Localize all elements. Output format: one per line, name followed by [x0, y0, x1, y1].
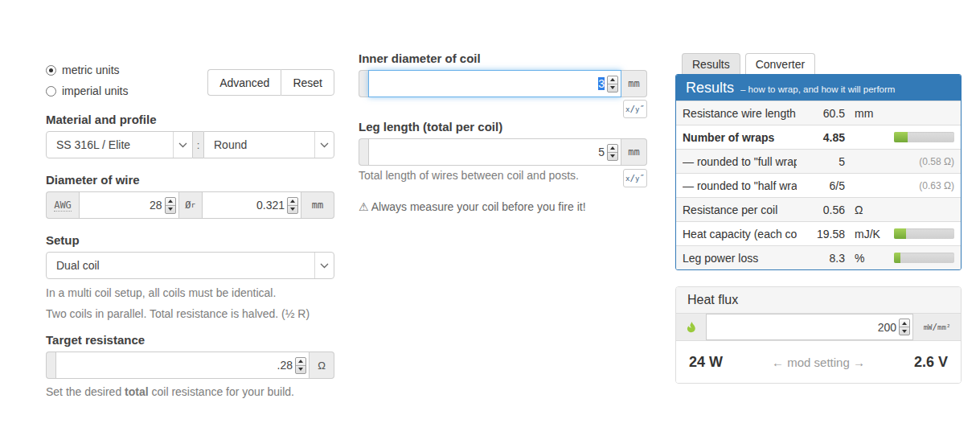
- leg-length-note-row: Total length of wires between coil and p…: [359, 169, 647, 187]
- row-label: — rounded to "half wraps": [683, 179, 797, 192]
- material-select-value: SS 316L / Elite: [47, 138, 173, 151]
- material-heading: Material and profile: [46, 113, 334, 126]
- awg-input[interactable]: 28: [79, 191, 179, 219]
- heat-flux-spinner[interactable]: [899, 319, 910, 335]
- coil-calculator-page: metric units imperial units Advanced Res…: [0, 0, 980, 444]
- progress-fill: [894, 132, 908, 142]
- reset-button[interactable]: Reset: [281, 69, 334, 96]
- tab-converter[interactable]: Converter: [745, 53, 815, 74]
- material-select[interactable]: SS 316L / Elite: [46, 131, 193, 158]
- wire-unit-addon: mm: [301, 191, 334, 219]
- heat-flux-value: 200: [878, 321, 896, 334]
- chevron-down-icon: [173, 132, 192, 158]
- warning-icon: ⚠: [359, 200, 369, 213]
- row-unit: %: [845, 252, 885, 265]
- leg-length-value: 5: [598, 146, 605, 158]
- setup-select-value: Dual coil: [47, 259, 314, 272]
- inner-diameter-heading: Inner diameter of coil: [359, 51, 647, 65]
- row-label: — rounded to "full wraps": [683, 155, 797, 168]
- action-buttons: Advanced Reset: [207, 69, 334, 96]
- mod-setting-row: 24 W ← mod setting → 2.6 V: [676, 341, 961, 383]
- target-resistance-value: .28: [277, 359, 293, 372]
- left-addon: [359, 70, 368, 97]
- wraps-progress-bar: [894, 132, 954, 142]
- material-separator: :: [193, 131, 203, 158]
- table-row: — rounded to "half wraps" 6/5 (0.63 Ω): [676, 173, 961, 197]
- heat-flux-group: 200 mW/mm²: [676, 314, 961, 341]
- wire-diameter-spinner[interactable]: [287, 197, 298, 214]
- row-extra: [885, 132, 954, 142]
- chevron-down-icon: [314, 132, 334, 158]
- awg-spinner[interactable]: [165, 197, 176, 214]
- heat-flux-header: Heat flux: [676, 287, 961, 314]
- table-row: Resistance wire length 60.5 mm: [676, 101, 961, 125]
- inner-diameter-input[interactable]: 3: [368, 70, 621, 97]
- results-column: Results Converter Results – how to wrap,…: [675, 53, 962, 384]
- setup-note-1: In a multi coil setup, all coils must be…: [46, 286, 334, 299]
- leg-length-group: 5 mm: [359, 138, 647, 166]
- wire-diameter-input[interactable]: 0.321: [202, 191, 302, 219]
- target-resistance-note: Set the desired total coil resistance fo…: [46, 385, 334, 398]
- coil-dimensions-column: Inner diameter of coil 3 mm x/y″ Leg len…: [359, 51, 647, 213]
- target-resistance-group: .28 Ω: [46, 352, 334, 379]
- row-extra: [885, 253, 954, 263]
- row-value: 6/5: [797, 179, 845, 192]
- leg-length-note: Total length of wires between coil and p…: [359, 169, 579, 182]
- diameter-symbol-addon: Ør: [179, 191, 202, 219]
- leg-length-heading: Leg length (total per coil): [359, 120, 647, 134]
- measure-warning: ⚠ Always measure your coil before you fi…: [359, 200, 647, 213]
- results-subtitle: – how to wrap, and how it will perform: [740, 84, 895, 94]
- row-label: Resistance per coil: [683, 204, 797, 216]
- target-resistance-spinner[interactable]: [295, 357, 306, 374]
- setup-heading: Setup: [46, 233, 334, 247]
- row-unit: Ω: [845, 204, 885, 216]
- row-unit: mm: [845, 107, 885, 120]
- profile-select-value: Round: [204, 138, 314, 151]
- table-row: — rounded to "full wraps" 5 (0.58 Ω): [676, 149, 961, 173]
- setup-select[interactable]: Dual coil: [46, 252, 334, 279]
- results-panel: Results – how to wrap, and how it will p…: [675, 74, 962, 270]
- table-row: Number of wraps 4.85: [676, 125, 961, 149]
- imperial-units-label: imperial units: [62, 84, 128, 97]
- left-addon: [46, 352, 55, 379]
- inner-diameter-unit-addon: mm: [621, 70, 647, 97]
- wire-diameter-value: 0.321: [256, 199, 285, 212]
- results-tabs: Results Converter: [682, 53, 962, 74]
- fraction-converter-button[interactable]: x/y″: [623, 100, 647, 118]
- radio-unselected-icon[interactable]: [46, 86, 56, 97]
- awg-label[interactable]: AWG: [54, 199, 72, 212]
- progress-fill: [894, 253, 900, 263]
- results-title: Results: [686, 75, 734, 101]
- advanced-button[interactable]: Advanced: [207, 69, 281, 96]
- wire-diameter-group: AWG 28 Ør 0.321 mm: [46, 191, 334, 219]
- inner-diameter-spinner[interactable]: [607, 76, 618, 92]
- flame-addon: [676, 314, 707, 340]
- row-value: 8.3: [797, 252, 845, 265]
- heat-capacity-progress-bar: [894, 228, 954, 239]
- fraction-converter-button[interactable]: x/y″: [623, 169, 647, 187]
- row-label: Heat capacity (each coil): [683, 228, 797, 240]
- awg-value: 28: [150, 199, 162, 212]
- profile-select[interactable]: Round: [203, 131, 334, 158]
- flame-icon: [685, 320, 697, 334]
- material-profile-group: SS 316L / Elite : Round: [46, 131, 334, 158]
- leg-length-spinner[interactable]: [607, 144, 618, 161]
- wire-diameter-heading: Diameter of wire: [46, 173, 334, 187]
- table-row: Resistance per coil 0.56 Ω: [676, 197, 961, 221]
- row-value: 4.85: [797, 131, 845, 144]
- heat-flux-panel: Heat flux 200 mW/mm² 24 W ← mo: [675, 286, 962, 384]
- row-value: 0.56: [797, 204, 845, 216]
- tab-results[interactable]: Results: [682, 53, 740, 74]
- inner-diameter-converter-row: x/y″: [359, 100, 647, 118]
- radio-selected-icon[interactable]: [46, 65, 56, 76]
- heat-flux-input[interactable]: 200: [707, 314, 912, 340]
- leg-length-unit-addon: mm: [621, 138, 647, 166]
- row-label: Leg power loss: [683, 252, 797, 265]
- settings-column: metric units imperial units Advanced Res…: [46, 58, 334, 398]
- leg-power-progress-bar: [894, 253, 954, 263]
- setup-note-2: Two coils in parallel. Total resistance …: [46, 307, 334, 320]
- target-resistance-input[interactable]: .28: [55, 352, 310, 379]
- row-value: 60.5: [797, 107, 845, 120]
- row-value: 19.58: [797, 228, 845, 240]
- leg-length-input[interactable]: 5: [368, 138, 621, 166]
